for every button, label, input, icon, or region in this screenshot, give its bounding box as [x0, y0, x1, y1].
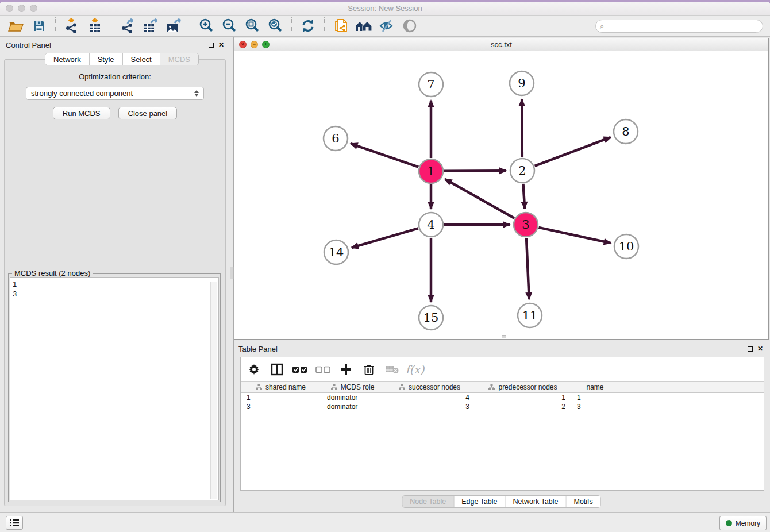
search-input[interactable] — [595, 20, 763, 33]
select-all-icon[interactable] — [292, 362, 307, 377]
graph-edge[interactable] — [352, 228, 418, 248]
search-icon: ⌕ — [600, 22, 604, 31]
graph-edge[interactable] — [538, 228, 610, 243]
cell-shared-name: 1 — [241, 393, 321, 402]
graph-node-label: 8 — [622, 125, 629, 138]
mcds-panel: Optimization criterion: strongly connect… — [4, 59, 226, 506]
graph-node-label: 4 — [427, 218, 434, 232]
graph-edge[interactable] — [522, 99, 522, 157]
export-network-icon[interactable] — [116, 17, 139, 35]
status-bar: Memory — [0, 512, 770, 532]
delete-column-icon[interactable] — [361, 362, 376, 377]
export-image-icon[interactable] — [162, 17, 185, 35]
graph-edge[interactable] — [526, 238, 529, 299]
hide-selected-icon[interactable] — [375, 17, 398, 35]
column-header-successor-nodes[interactable]: successor nodes — [384, 382, 475, 392]
splitter-grip[interactable] — [230, 267, 234, 279]
table-panel-title: Table Panel — [238, 345, 278, 353]
graph-node-label: 1 — [427, 164, 434, 178]
column-header-shared-name[interactable]: shared name — [241, 382, 321, 392]
graph-node-label: 9 — [518, 76, 525, 90]
export-table-icon[interactable] — [139, 17, 162, 35]
task-manager-button[interactable] — [6, 516, 23, 530]
add-column-icon[interactable] — [338, 362, 353, 377]
mcds-result-group: MCDS result (2 nodes) 1 3 — [8, 273, 221, 502]
column-header-mcds-role[interactable]: MCDS role — [321, 382, 384, 392]
tab-select[interactable]: Select — [123, 53, 160, 65]
graph-node[interactable]: 6 — [324, 126, 348, 151]
table-row[interactable]: 1 dominator 4 1 1 — [241, 393, 764, 402]
graph-edge[interactable] — [444, 171, 506, 171]
control-panel-title: Control Panel — [6, 41, 51, 49]
import-network-icon[interactable] — [60, 17, 83, 35]
network-window-titlebar[interactable]: × − + scc.txt — [234, 38, 768, 51]
function-builder-icon: f(x) — [407, 362, 422, 377]
show-all-icon[interactable] — [398, 17, 421, 35]
apply-layout-icon[interactable] — [297, 17, 319, 35]
import-table-icon[interactable] — [83, 17, 106, 35]
zoom-fit-icon[interactable] — [241, 17, 264, 35]
main-area: Control Panel ✕ Network Style Select MCD… — [0, 37, 770, 512]
close-panel-icon[interactable]: ✕ — [218, 41, 224, 48]
graph-edge[interactable] — [445, 179, 514, 218]
deselect-all-icon[interactable] — [315, 362, 330, 377]
table-row[interactable]: 3 dominator 3 2 3 — [241, 402, 764, 411]
zoom-selected-icon[interactable] — [264, 17, 287, 35]
graph-node[interactable]: 8 — [614, 119, 638, 144]
network-view-window: × − + scc.txt 7968124314101511 — [234, 38, 769, 340]
first-neighbors-icon[interactable] — [352, 17, 375, 35]
memory-button[interactable]: Memory — [719, 516, 767, 530]
tab-mcds[interactable]: MCDS — [160, 53, 198, 65]
app-titlebar[interactable]: Session: New Session — [0, 2, 770, 16]
graph-node-label: 11 — [522, 309, 538, 322]
column-header-predecessor-nodes[interactable]: predecessor nodes — [475, 382, 571, 392]
tab-network-table[interactable]: Network Table — [506, 496, 567, 507]
graph-node[interactable]: 1 — [419, 159, 443, 183]
control-panel-tabs: Network Style Select MCDS — [45, 53, 199, 65]
control-panel-header: Control Panel ✕ — [0, 38, 230, 52]
tab-motifs[interactable]: Motifs — [566, 496, 600, 507]
float-panel-icon[interactable] — [209, 43, 214, 48]
panel-splitter[interactable] — [230, 37, 234, 512]
memory-status-icon — [726, 520, 732, 526]
result-scrollbar[interactable] — [210, 282, 217, 499]
select-arrows-icon — [194, 90, 199, 97]
close-panel-button[interactable]: Close panel — [118, 107, 178, 119]
mcds-result-text[interactable]: 1 3 — [10, 277, 219, 500]
clone-network-icon[interactable] — [329, 17, 352, 35]
graph-node[interactable]: 3 — [514, 213, 538, 237]
save-session-icon[interactable] — [28, 17, 51, 35]
zoom-in-icon[interactable] — [195, 17, 218, 35]
column-layout-icon[interactable] — [270, 362, 284, 377]
criterion-select[interactable]: strongly connected component — [26, 87, 204, 100]
tab-style[interactable]: Style — [90, 53, 123, 65]
zoom-out-icon[interactable] — [218, 17, 241, 35]
column-header-name[interactable]: name — [571, 382, 619, 392]
close-table-panel-icon[interactable]: ✕ — [757, 345, 763, 352]
graph-node[interactable]: 2 — [510, 159, 534, 183]
table-panel-header: Table Panel ✕ — [234, 342, 769, 356]
graph-edge[interactable] — [523, 184, 525, 209]
graph-node[interactable]: 11 — [518, 303, 542, 327]
run-mcds-button[interactable]: Run MCDS — [53, 107, 110, 119]
delete-table-icon[interactable] — [384, 362, 399, 377]
graph-node[interactable]: 7 — [419, 72, 443, 97]
tab-network[interactable]: Network — [45, 53, 90, 65]
tab-node-table[interactable]: Node Table — [402, 496, 454, 507]
cell-predecessor-nodes: 2 — [475, 402, 571, 411]
graph-node[interactable]: 10 — [614, 234, 638, 259]
gear-icon[interactable] — [247, 362, 261, 377]
open-session-icon[interactable] — [5, 17, 28, 35]
graph-node[interactable]: 14 — [324, 240, 348, 264]
network-view-title: scc.txt — [234, 40, 768, 49]
graph-node[interactable]: 15 — [419, 306, 443, 330]
view-resize-grip[interactable] — [502, 335, 506, 338]
graph-node[interactable]: 4 — [419, 213, 443, 237]
float-table-panel-icon[interactable] — [748, 346, 753, 352]
graph-edge[interactable] — [351, 144, 418, 167]
control-panel: Control Panel ✕ Network Style Select MCD… — [0, 38, 230, 506]
graph-edge[interactable] — [535, 137, 611, 166]
tab-edge-table[interactable]: Edge Table — [454, 496, 505, 507]
graph-node[interactable]: 9 — [510, 71, 534, 95]
network-canvas[interactable]: 7968124314101511 — [234, 52, 768, 339]
